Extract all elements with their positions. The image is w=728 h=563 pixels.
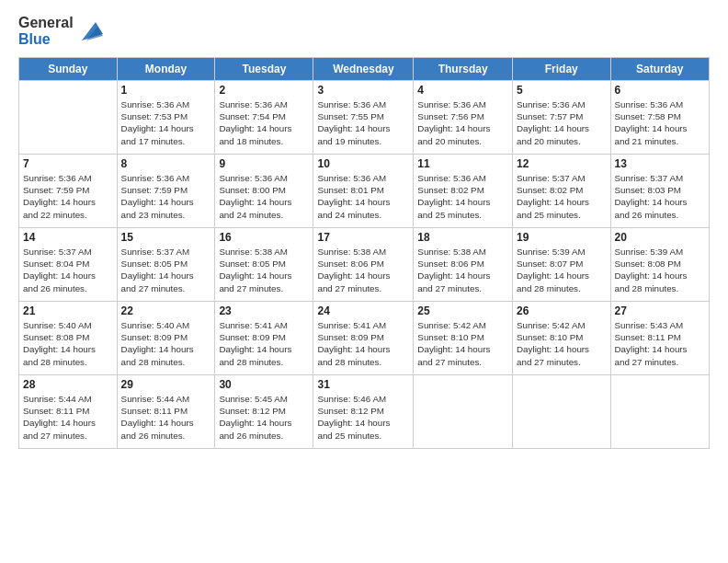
day-number: 20 <box>615 231 705 244</box>
day-info: Sunrise: 5:38 AMSunset: 8:06 PMDaylight:… <box>317 246 409 294</box>
calendar-week-row: 21Sunrise: 5:40 AMSunset: 8:08 PMDayligh… <box>19 302 710 375</box>
day-info: Sunrise: 5:42 AMSunset: 8:10 PMDaylight:… <box>517 319 607 368</box>
calendar-header-row: SundayMondayTuesdayWednesdayThursdayFrid… <box>19 58 710 81</box>
calendar-cell: 3Sunrise: 5:36 AMSunset: 7:55 PMDaylight… <box>313 81 414 155</box>
day-info: Sunrise: 5:36 AMSunset: 7:54 PMDaylight:… <box>219 98 309 147</box>
calendar-header-friday: Friday <box>513 58 611 81</box>
calendar-cell: 1Sunrise: 5:36 AMSunset: 7:53 PMDaylight… <box>117 81 215 155</box>
day-number: 14 <box>23 231 113 244</box>
calendar-cell: 6Sunrise: 5:36 AMSunset: 7:58 PMDaylight… <box>610 81 709 155</box>
calendar-cell: 11Sunrise: 5:36 AMSunset: 8:02 PMDayligh… <box>414 155 513 228</box>
calendar-cell: 27Sunrise: 5:43 AMSunset: 8:11 PMDayligh… <box>610 302 709 375</box>
day-number: 10 <box>317 157 409 170</box>
calendar-cell: 28Sunrise: 5:44 AMSunset: 8:11 PMDayligh… <box>19 375 118 449</box>
day-info: Sunrise: 5:44 AMSunset: 8:11 PMDaylight:… <box>23 393 113 442</box>
day-info: Sunrise: 5:46 AMSunset: 8:12 PMDaylight:… <box>317 393 409 442</box>
calendar-cell: 20Sunrise: 5:39 AMSunset: 8:08 PMDayligh… <box>610 228 709 302</box>
logo-blue-text: Blue <box>18 31 74 48</box>
day-info: Sunrise: 5:37 AMSunset: 8:04 PMDaylight:… <box>23 246 113 294</box>
day-info: Sunrise: 5:43 AMSunset: 8:11 PMDaylight:… <box>615 319 705 368</box>
day-number: 25 <box>417 304 508 317</box>
calendar-cell <box>610 375 709 449</box>
calendar-cell: 25Sunrise: 5:42 AMSunset: 8:10 PMDayligh… <box>414 302 513 375</box>
calendar-cell: 15Sunrise: 5:37 AMSunset: 8:05 PMDayligh… <box>117 228 215 302</box>
day-number: 7 <box>23 157 113 170</box>
calendar-cell: 7Sunrise: 5:36 AMSunset: 7:59 PMDaylight… <box>19 155 118 228</box>
logo-icon <box>77 17 105 45</box>
calendar-cell: 21Sunrise: 5:40 AMSunset: 8:08 PMDayligh… <box>19 302 118 375</box>
day-number: 19 <box>517 231 607 244</box>
day-number: 5 <box>517 84 607 97</box>
calendar-week-row: 28Sunrise: 5:44 AMSunset: 8:11 PMDayligh… <box>19 375 710 449</box>
day-number: 18 <box>417 231 508 244</box>
calendar-header-monday: Monday <box>117 58 215 81</box>
calendar-header-tuesday: Tuesday <box>215 58 313 81</box>
day-info: Sunrise: 5:36 AMSunset: 8:02 PMDaylight:… <box>417 172 508 221</box>
day-info: Sunrise: 5:36 AMSunset: 8:01 PMDaylight:… <box>317 172 409 221</box>
day-info: Sunrise: 5:42 AMSunset: 8:10 PMDaylight:… <box>417 319 508 368</box>
day-info: Sunrise: 5:36 AMSunset: 7:59 PMDaylight:… <box>121 172 211 221</box>
day-info: Sunrise: 5:41 AMSunset: 8:09 PMDaylight:… <box>317 319 409 368</box>
day-info: Sunrise: 5:38 AMSunset: 8:05 PMDaylight:… <box>219 246 309 294</box>
calendar-cell: 23Sunrise: 5:41 AMSunset: 8:09 PMDayligh… <box>215 302 313 375</box>
calendar-cell: 9Sunrise: 5:36 AMSunset: 8:00 PMDaylight… <box>215 155 313 228</box>
day-info: Sunrise: 5:38 AMSunset: 8:06 PMDaylight:… <box>417 246 508 294</box>
day-number: 27 <box>615 304 705 317</box>
header: General Blue <box>18 15 710 48</box>
logo-general-text: General <box>18 15 74 31</box>
calendar-cell: 29Sunrise: 5:44 AMSunset: 8:11 PMDayligh… <box>117 375 215 449</box>
day-info: Sunrise: 5:36 AMSunset: 7:55 PMDaylight:… <box>317 98 409 147</box>
calendar-table: SundayMondayTuesdayWednesdayThursdayFrid… <box>18 57 710 449</box>
calendar-cell: 4Sunrise: 5:36 AMSunset: 7:56 PMDaylight… <box>414 81 513 155</box>
calendar-header-saturday: Saturday <box>610 58 709 81</box>
day-info: Sunrise: 5:40 AMSunset: 8:09 PMDaylight:… <box>121 319 211 368</box>
day-number: 8 <box>121 157 211 170</box>
day-number: 3 <box>317 84 409 97</box>
calendar-cell: 22Sunrise: 5:40 AMSunset: 8:09 PMDayligh… <box>117 302 215 375</box>
calendar-cell: 8Sunrise: 5:36 AMSunset: 7:59 PMDaylight… <box>117 155 215 228</box>
day-number: 30 <box>219 378 309 391</box>
calendar-cell <box>414 375 513 449</box>
calendar-cell: 31Sunrise: 5:46 AMSunset: 8:12 PMDayligh… <box>313 375 414 449</box>
day-number: 1 <box>121 84 211 97</box>
day-info: Sunrise: 5:36 AMSunset: 7:56 PMDaylight:… <box>417 98 508 147</box>
day-info: Sunrise: 5:36 AMSunset: 7:58 PMDaylight:… <box>615 98 705 147</box>
calendar-cell: 10Sunrise: 5:36 AMSunset: 8:01 PMDayligh… <box>313 155 414 228</box>
day-info: Sunrise: 5:37 AMSunset: 8:02 PMDaylight:… <box>517 172 607 221</box>
day-number: 26 <box>517 304 607 317</box>
page: General Blue SundayMondayTuesdayWednesda… <box>0 0 728 563</box>
day-number: 24 <box>317 304 409 317</box>
calendar-week-row: 7Sunrise: 5:36 AMSunset: 7:59 PMDaylight… <box>19 155 710 228</box>
logo: General Blue <box>18 15 105 48</box>
day-number: 11 <box>417 157 508 170</box>
day-number: 15 <box>121 231 211 244</box>
calendar-cell: 14Sunrise: 5:37 AMSunset: 8:04 PMDayligh… <box>19 228 118 302</box>
day-info: Sunrise: 5:37 AMSunset: 8:03 PMDaylight:… <box>615 172 705 221</box>
calendar-cell: 26Sunrise: 5:42 AMSunset: 8:10 PMDayligh… <box>513 302 611 375</box>
calendar-header-sunday: Sunday <box>19 58 118 81</box>
day-number: 13 <box>615 157 705 170</box>
day-info: Sunrise: 5:40 AMSunset: 8:08 PMDaylight:… <box>23 319 113 368</box>
day-number: 9 <box>219 157 309 170</box>
day-info: Sunrise: 5:39 AMSunset: 8:08 PMDaylight:… <box>615 246 705 294</box>
day-number: 2 <box>219 84 309 97</box>
day-info: Sunrise: 5:36 AMSunset: 8:00 PMDaylight:… <box>219 172 309 221</box>
calendar-cell: 2Sunrise: 5:36 AMSunset: 7:54 PMDaylight… <box>215 81 313 155</box>
day-number: 28 <box>23 378 113 391</box>
day-number: 29 <box>121 378 211 391</box>
calendar-header-thursday: Thursday <box>414 58 513 81</box>
calendar-cell: 30Sunrise: 5:45 AMSunset: 8:12 PMDayligh… <box>215 375 313 449</box>
calendar-cell: 16Sunrise: 5:38 AMSunset: 8:05 PMDayligh… <box>215 228 313 302</box>
day-number: 12 <box>517 157 607 170</box>
calendar-cell: 5Sunrise: 5:36 AMSunset: 7:57 PMDaylight… <box>513 81 611 155</box>
day-number: 21 <box>23 304 113 317</box>
calendar-cell <box>19 81 118 155</box>
day-number: 6 <box>615 84 705 97</box>
calendar-week-row: 14Sunrise: 5:37 AMSunset: 8:04 PMDayligh… <box>19 228 710 302</box>
day-info: Sunrise: 5:36 AMSunset: 7:53 PMDaylight:… <box>121 98 211 147</box>
day-info: Sunrise: 5:36 AMSunset: 7:59 PMDaylight:… <box>23 172 113 221</box>
calendar-cell: 24Sunrise: 5:41 AMSunset: 8:09 PMDayligh… <box>313 302 414 375</box>
day-info: Sunrise: 5:45 AMSunset: 8:12 PMDaylight:… <box>219 393 309 442</box>
day-number: 31 <box>317 378 409 391</box>
calendar-cell: 12Sunrise: 5:37 AMSunset: 8:02 PMDayligh… <box>513 155 611 228</box>
